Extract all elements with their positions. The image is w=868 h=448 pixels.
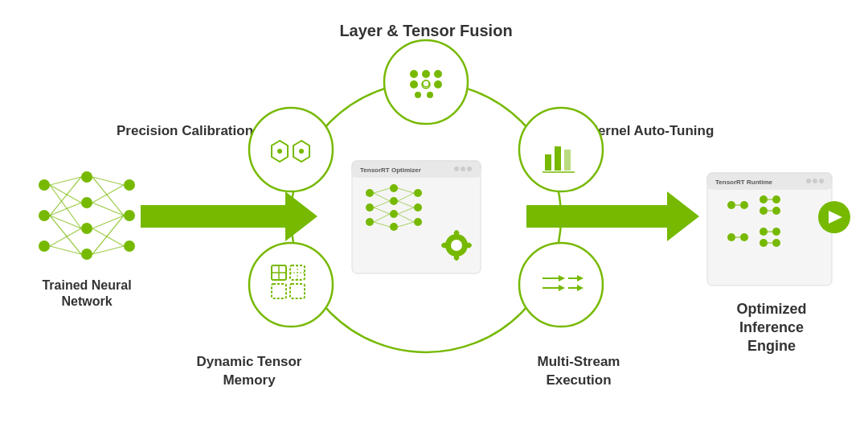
nn-node [81, 249, 92, 260]
svg-point-19 [422, 70, 430, 78]
nn-node [81, 171, 92, 183]
label-kernel-auto-tuning: Kernel Auto-Tuning [588, 123, 714, 138]
nn-node [39, 179, 50, 191]
svg-line-13 [92, 228, 124, 246]
svg-rect-32 [555, 146, 561, 171]
svg-point-63 [390, 223, 398, 231]
svg-point-93 [813, 179, 817, 183]
arrow-right [526, 191, 699, 241]
svg-rect-31 [545, 154, 551, 171]
svg-point-64 [414, 189, 422, 197]
svg-point-100 [760, 207, 768, 215]
svg-line-14 [92, 246, 124, 254]
svg-point-24 [415, 92, 421, 98]
svg-point-107 [760, 228, 768, 236]
svg-point-92 [819, 179, 824, 183]
label-optimized: Optimized [736, 301, 806, 317]
svg-point-95 [727, 201, 735, 209]
svg-line-9 [92, 177, 124, 185]
svg-line-8 [50, 246, 81, 254]
svg-point-25 [427, 92, 433, 98]
svg-point-110 [772, 239, 780, 247]
svg-point-58 [366, 203, 374, 212]
diagram-container: Layer & Tensor Fusion Precision Calibrat… [0, 0, 868, 448]
tensorrt-runtime-window [707, 173, 832, 286]
svg-point-65 [414, 203, 422, 212]
label-trained-neural-line2: Network [61, 294, 112, 308]
svg-point-20 [434, 70, 442, 78]
label-precision-calibration: Precision Calibration [117, 123, 253, 138]
label-trained-neural-line1: Trained Neural [42, 278, 131, 292]
svg-point-54 [467, 166, 472, 171]
svg-point-105 [740, 233, 748, 241]
label-engine: Engine [747, 338, 796, 354]
svg-point-109 [760, 239, 768, 247]
svg-line-10 [92, 185, 124, 203]
nn-node [124, 179, 135, 191]
tensorrt-optimizer-window [352, 161, 481, 273]
svg-point-18 [410, 70, 418, 78]
label-multi-stream-execution-line2: Execution [546, 372, 611, 388]
label-layer-tensor-fusion: Layer & Tensor Fusion [339, 22, 512, 39]
svg-point-108 [772, 228, 780, 236]
svg-point-96 [740, 201, 748, 209]
svg-point-104 [727, 233, 735, 241]
svg-line-3 [50, 177, 81, 216]
nn-node [39, 240, 50, 252]
svg-point-55 [461, 166, 465, 171]
svg-point-23 [434, 80, 442, 88]
circle-bottom-right [519, 243, 603, 327]
svg-line-0 [50, 177, 81, 185]
svg-point-61 [390, 197, 398, 205]
svg-line-7 [50, 228, 81, 246]
svg-point-29 [277, 149, 282, 154]
svg-point-80 [451, 240, 462, 251]
svg-point-66 [414, 218, 422, 226]
svg-point-94 [806, 179, 811, 183]
label-multi-stream-execution-line1: Multi-Stream [538, 354, 620, 369]
svg-rect-33 [564, 150, 571, 171]
svg-point-62 [390, 210, 398, 218]
circle-top-left [249, 108, 333, 191]
nn-node [81, 223, 92, 234]
svg-line-15 [92, 177, 124, 216]
svg-point-56 [454, 166, 459, 171]
nn-node [124, 240, 135, 252]
svg-text:TensorRT Runtime: TensorRT Runtime [715, 179, 773, 186]
svg-point-30 [299, 149, 304, 154]
nn-node [39, 210, 50, 221]
nn-node [124, 210, 135, 221]
svg-point-60 [390, 184, 398, 192]
svg-point-98 [760, 195, 768, 203]
svg-point-57 [366, 189, 374, 197]
svg-line-16 [92, 216, 124, 254]
svg-point-26 [423, 80, 429, 87]
svg-point-21 [410, 80, 418, 88]
svg-line-1 [50, 185, 81, 203]
svg-point-101 [772, 207, 780, 215]
label-dynamic-tensor-memory-line2: Memory [223, 372, 276, 388]
main-diagram-svg: Layer & Tensor Fusion Precision Calibrat… [0, 0, 868, 448]
svg-point-59 [366, 218, 374, 226]
label-dynamic-tensor-memory-line1: Dynamic Tensor [196, 354, 301, 369]
label-inference: Inference [739, 319, 804, 335]
svg-point-99 [772, 195, 780, 203]
nn-node [81, 197, 92, 208]
svg-text:TensorRT Optimizer: TensorRT Optimizer [360, 166, 421, 174]
